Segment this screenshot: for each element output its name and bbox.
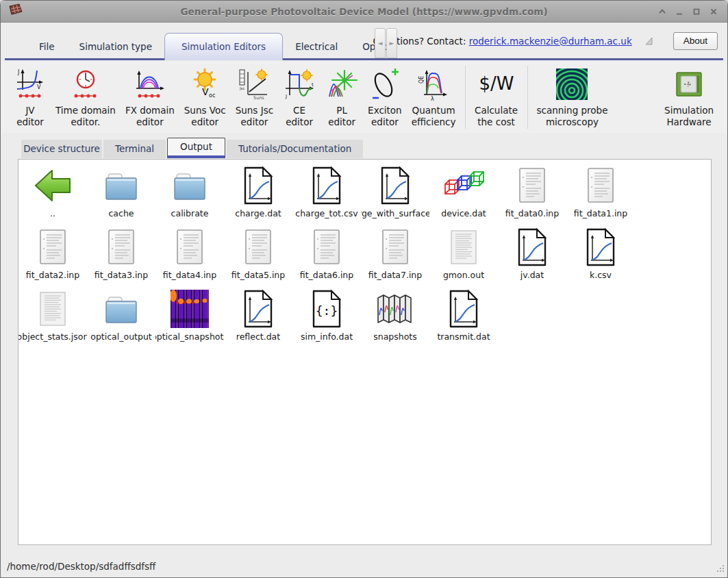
svg-text:λ: λ <box>431 96 434 101</box>
document-tab-device-structure[interactable]: Device structure <box>21 140 102 158</box>
document-tab-tutorials-documentation[interactable]: Tutorials/Documentation <box>227 140 363 158</box>
toolbar-button-label: Simulation Hardware <box>664 105 714 129</box>
file-item-label: jv.dat <box>520 270 544 280</box>
file-item-label: charge.dat <box>235 208 281 218</box>
chart-doc-icon <box>378 166 412 205</box>
chart-doc-icon <box>447 289 481 329</box>
file-item-fit-data4-inp[interactable]: fit_data4.inp <box>155 224 224 286</box>
file-item-sim-info-dat[interactable]: {:} sim_info.dat <box>292 286 361 347</box>
file-item-charge-with-surface-csv[interactable]: charge_with_surface.csv <box>361 162 429 224</box>
file-item-transmit-dat[interactable]: transmit.dat <box>429 286 498 347</box>
file-item-device-dat[interactable]: device.dat <box>429 162 498 224</box>
menubar-tab-label: Simulation Editors <box>181 41 266 52</box>
file-item-calibrate[interactable]: calibrate <box>155 162 224 224</box>
document-tab-label: Tutorials/Documentation <box>238 143 351 154</box>
statusbar-path: /home/rod/Desktop/sdfadffsdfsff <box>7 561 155 572</box>
document-tab-terminal[interactable]: Terminal <box>103 140 166 158</box>
tab-scroll-right-button[interactable]: ► <box>386 28 397 58</box>
menubar-tab-simulation-editors[interactable]: Simulation Editors <box>164 33 283 60</box>
file-item-label: k.csv <box>590 270 612 280</box>
file-row: object_stats.json optical_output optical… <box>18 286 711 347</box>
file-item-label: fit_data6.inp <box>300 270 353 280</box>
file-item-label: optical_snapshots <box>155 331 224 342</box>
file-row: fit_data2.inp fit_data3.inp fit_data4.in… <box>18 224 711 286</box>
folder-icon <box>171 168 209 203</box>
toolbar-button-exciton-editor[interactable]: Exciton editor <box>368 66 402 129</box>
file-item-label: .. <box>50 208 55 218</box>
menubar-tab-file[interactable]: File <box>27 35 67 58</box>
file-item-fit-data6-inp[interactable]: fit_data6.inp <box>292 224 361 286</box>
document-tab-output[interactable]: Output <box>167 138 225 158</box>
titlebar[interactable]: General-purpose Photovoltaic Device Mode… <box>1 1 727 23</box>
tab-scroll-left-button[interactable]: ◄ <box>375 28 386 58</box>
file-item-snapshots[interactable]: snapshots <box>361 286 429 347</box>
svg-text:QE: QE <box>418 76 425 84</box>
toolbar-button-calculate-the-cost[interactable]: $/W Calculate the cost <box>475 66 518 129</box>
file-item-optical-snapshots[interactable]: optical_snapshots <box>155 286 224 347</box>
calculate-cost-icon: $/W <box>475 69 518 99</box>
toolbar-button-label: Calculate the cost <box>475 105 518 129</box>
file-item-fit-data5-inp[interactable]: fit_data5.inp <box>224 224 292 286</box>
file-item-fit-data1-inp[interactable]: fit_data1.inp <box>566 162 635 224</box>
menubar-tab-electrical[interactable]: Electrical <box>283 35 350 58</box>
file-item-label: charge_tot.csv <box>295 208 357 218</box>
file-item-fit-data0-inp[interactable]: fit_data0.inp <box>498 162 566 224</box>
resize-grip[interactable] <box>716 564 725 575</box>
toolbar-button-quantum-efficiency[interactable]: QE λ Quantum efficiency <box>412 66 456 129</box>
menubar-tab-label: Electrical <box>295 41 338 52</box>
file-item-reflect-dat[interactable]: reflect.dat <box>224 286 292 347</box>
shade-button[interactable] <box>657 6 668 17</box>
app-window: General-purpose Photovoltaic Device Mode… <box>0 0 728 578</box>
toolbar-button-label: Time domain editor. <box>55 105 116 129</box>
file-item-gmon-out[interactable]: gmon.out <box>429 224 498 286</box>
file-item-charge-tot-csv[interactable]: charge_tot.csv <box>292 162 361 224</box>
text-doc-icon <box>104 228 138 266</box>
document-tab-label: Output <box>180 141 212 152</box>
contact-email-link[interactable]: roderick.mackenzie@durham.ac.uk <box>469 36 632 47</box>
ribbon-menubar: FileSimulation typeSimulation EditorsEle… <box>1 23 727 60</box>
menubar-tab-simulation-type[interactable]: Simulation type <box>67 35 164 58</box>
file-item-cache[interactable]: cache <box>87 162 155 224</box>
toolbar-button-jv-editor[interactable]: JV JV editor <box>14 66 46 129</box>
folder-icon <box>102 168 140 203</box>
text-doc-icon <box>241 228 275 266</box>
file-item-label: fit_data4.inp <box>163 270 216 280</box>
close-button[interactable] <box>708 6 719 17</box>
quantum-efficiency-icon: QE λ <box>417 67 450 101</box>
toolbar-separator <box>527 66 528 129</box>
ribbon-accent-line <box>5 58 723 60</box>
toolbar-button-scanning-probe-microscopy[interactable]: scanning probe microscopy <box>537 66 608 129</box>
about-button[interactable]: About <box>673 32 718 50</box>
file-item-fit-data2-inp[interactable]: fit_data2.inp <box>18 224 87 286</box>
time-domain-icon <box>70 68 101 101</box>
minimize-button[interactable] <box>674 6 685 17</box>
svg-text:V: V <box>202 86 209 97</box>
file-item-[interactable]: .. <box>18 162 87 224</box>
file-item-charge-dat[interactable]: charge.dat <box>224 162 292 224</box>
file-item-fit-data7-inp[interactable]: fit_data7.inp <box>361 224 429 286</box>
chart-doc-icon <box>515 227 549 267</box>
toolbar-button-label: JV editor <box>16 105 44 129</box>
pl-editor-icon <box>325 68 358 101</box>
toolbar-button-simulation-hardware[interactable]: Simulation Hardware <box>664 66 714 129</box>
file-browser-panel[interactable]: .. cache calibrate charge.dat charge_tot… <box>18 159 712 545</box>
file-item-object-stats-json[interactable]: object_stats.json <box>18 286 87 347</box>
tab-scroll-buttons: ◄ ► <box>375 28 398 58</box>
file-item-k-csv[interactable]: k.csv <box>566 224 635 286</box>
toolbar-button-suns-voc-editor[interactable]: Voc Suns Voc editor <box>184 66 226 129</box>
toolbar-button-suns-jsc-editor[interactable]: Jsc Suns Suns Jsc editor <box>236 66 273 129</box>
file-item-label: snapshots <box>373 331 417 342</box>
maximize-button[interactable] <box>691 6 702 17</box>
toolbar-button-fx-domain-editor[interactable]: FX domain editor <box>125 66 175 129</box>
back-arrow-icon <box>33 167 73 204</box>
chart-doc-icon <box>583 227 618 267</box>
toolbar-button-pl-editor[interactable]: PL editor <box>325 66 358 129</box>
toolbar-button-time-domain-editor[interactable]: Time domain editor. <box>55 66 116 129</box>
statusbar: /home/rod/Desktop/sdfadffsdfsff <box>1 555 727 577</box>
file-item-fit-data3-inp[interactable]: fit_data3.inp <box>87 224 155 286</box>
file-item-optical-output[interactable]: optical_output <box>87 286 155 347</box>
file-item-jv-dat[interactable]: jv.dat <box>498 224 566 286</box>
document-tab-label: Terminal <box>115 143 154 154</box>
toolbar-button-ce-editor[interactable]: tJ CE editor <box>283 66 316 129</box>
toolbar-button-label: Suns Jsc editor <box>236 105 273 129</box>
